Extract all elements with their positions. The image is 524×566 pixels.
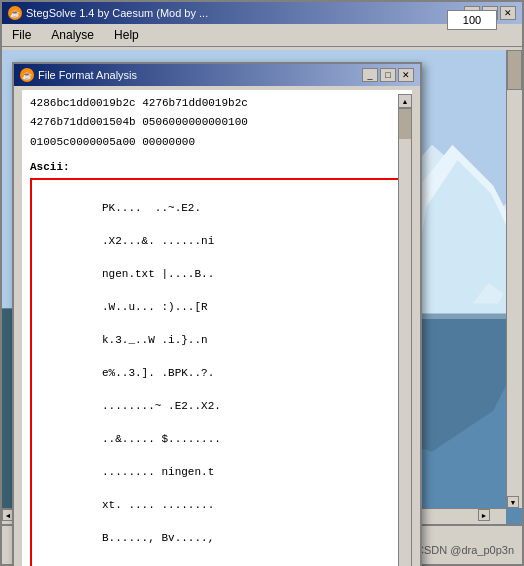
ascii-line-1: PK.... ..~.E2. — [102, 202, 201, 214]
dialog-scroll-up[interactable]: ▲ — [398, 94, 412, 108]
dialog-close-button[interactable]: ✕ — [398, 68, 414, 82]
hex-line-1: 4286bc1dd0019b2c 4276b71dd0019b2c — [30, 96, 404, 111]
ascii-line-9: ........ ningen.t — [102, 466, 214, 478]
ascii-line-3: ngen.txt |....B.. — [102, 268, 214, 280]
dialog-body: 4286bc1dd0019b2c 4276b71dd0019b2c 4276b7… — [18, 90, 416, 566]
dialog-controls: _ □ ✕ — [362, 68, 414, 82]
scroll-right-arrow[interactable]: ► — [478, 509, 490, 521]
app-icon: ☕ — [8, 6, 22, 20]
menu-bar: File Analyse Help — [2, 24, 522, 47]
dialog-maximize-button[interactable]: □ — [380, 68, 396, 82]
dialog-title-left: ☕ File Format Analysis — [20, 68, 137, 82]
vertical-scrollbar[interactable]: ▲ ▼ — [506, 50, 522, 508]
scroll-down-arrow[interactable]: ▼ — [507, 496, 519, 508]
ascii-line-10: xt. .... ........ — [102, 499, 214, 511]
main-window: ☕ StegSolve 1.4 by Caesum (Mod by ... _ … — [0, 0, 524, 566]
dialog-icon: ☕ — [20, 68, 34, 82]
zoom-input[interactable]: 100 — [447, 10, 497, 30]
file-format-dialog: ☕ File Format Analysis _ □ ✕ 4286bc1dd00… — [12, 62, 422, 566]
dialog-text-area: 4286bc1dd0019b2c 4276b71dd0019b2c 4276b7… — [22, 90, 412, 566]
ascii-line-8: ..&..... $........ — [102, 433, 221, 445]
ascii-line-11: B......, Bv....., — [102, 532, 214, 544]
dialog-scroll-thumb — [399, 109, 411, 139]
menu-help[interactable]: Help — [108, 26, 145, 44]
hex-line-2: 4276b71dd001504b 0506000000000100 — [30, 115, 404, 130]
dialog-minimize-button[interactable]: _ — [362, 68, 378, 82]
ascii-line-5: k.3._..W .i.}..n — [102, 334, 208, 346]
hex-line-3: 01005c0000005a00 00000000 — [30, 135, 404, 150]
ascii-content: PK.... ..~.E2. .X2...&. ......ni ngen.tx… — [30, 178, 404, 566]
menu-file[interactable]: File — [6, 26, 37, 44]
scroll-thumb-vertical[interactable] — [507, 50, 522, 90]
ascii-label: Ascii: — [30, 160, 404, 175]
title-bar-left: ☕ StegSolve 1.4 by Caesum (Mod by ... — [8, 6, 208, 20]
ascii-line-4: .W..u... :)...[R — [102, 301, 208, 313]
menu-analyse[interactable]: Analyse — [45, 26, 100, 44]
dialog-scrollbar[interactable]: ▲ ▼ — [398, 94, 412, 566]
ascii-line-6: e%..3.]. .BPK..?. — [102, 367, 214, 379]
dialog-scroll-track[interactable] — [398, 108, 412, 566]
watermark-text: CSDN @dra_p0p3n — [416, 544, 514, 556]
window-title: StegSolve 1.4 by Caesum (Mod by ... — [26, 7, 208, 19]
ascii-line-7: ........~ .E2..X2. — [102, 400, 221, 412]
dialog-title-bar: ☕ File Format Analysis _ □ ✕ — [14, 64, 420, 86]
ascii-line-2: .X2...&. ......ni — [102, 235, 214, 247]
dialog-title: File Format Analysis — [38, 69, 137, 81]
close-button[interactable]: ✕ — [500, 6, 516, 20]
title-bar: ☕ StegSolve 1.4 by Caesum (Mod by ... _ … — [2, 2, 522, 24]
